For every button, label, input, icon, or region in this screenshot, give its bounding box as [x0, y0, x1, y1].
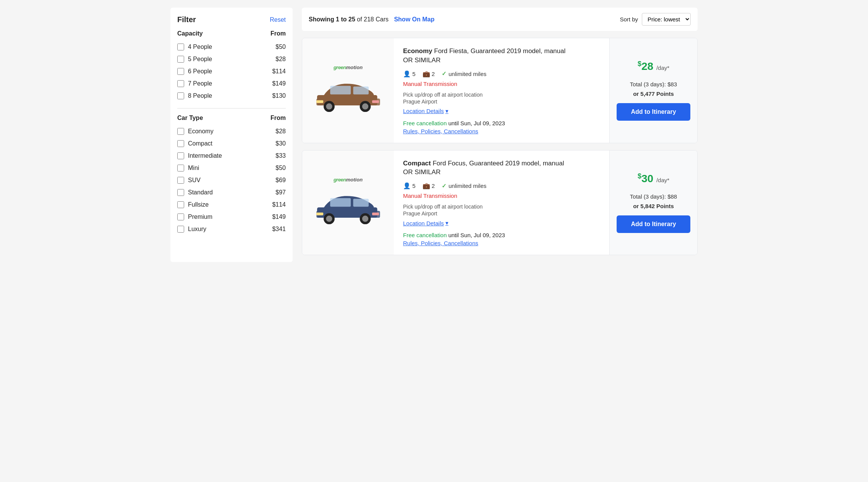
price-panel-1: $30 /day* Total (3 days): $88 or 5,842 P… — [609, 150, 697, 255]
capacity-item-label-0[interactable]: 4 People — [188, 44, 212, 50]
price-panel-0: $28 /day* Total (3 days): $83 or 5,477 P… — [609, 38, 697, 143]
transmission-0: Manual Transmission — [403, 81, 600, 87]
location-details-link-1[interactable]: Location Details ▾ — [403, 220, 449, 226]
price-total-1: Total (3 days): $88 — [630, 193, 677, 200]
add-to-itinerary-button-0[interactable]: Add to Itinerary — [617, 103, 690, 121]
sort-select[interactable]: Price: lowest — [642, 13, 691, 26]
cancellation-date-0: until Sun, Jul 09, 2023 — [448, 120, 505, 126]
svg-point-13 — [326, 215, 332, 222]
car-type-item-price-8: $341 — [272, 226, 286, 233]
airport-name-0: Prague Airport — [403, 99, 600, 105]
pickup-info-0: Pick up/drop off at airport location — [403, 92, 600, 98]
car-type-item-price-0: $28 — [275, 128, 286, 135]
car-type-filter-item-7: Premium $149 — [177, 211, 286, 223]
bags-feature-1: 💼 2 — [423, 182, 435, 189]
car-type-checkbox-8[interactable] — [177, 226, 184, 233]
capacity-item-price-1: $28 — [275, 56, 286, 63]
capacity-from-label: From — [270, 30, 286, 37]
capacity-checkbox-3[interactable] — [177, 80, 184, 87]
svg-rect-16 — [330, 198, 351, 207]
bag-icon-0: 💼 — [423, 71, 430, 77]
capacity-item-label-2[interactable]: 6 People — [188, 68, 212, 75]
svg-rect-7 — [353, 87, 369, 95]
price-amount-1: $30 — [638, 173, 656, 184]
capacity-item-label-1[interactable]: 5 People — [188, 56, 212, 63]
car-type-item-price-4: $69 — [275, 177, 286, 184]
car-features-1: 👤 5 💼 2 ✓ unlimited miles — [403, 182, 600, 189]
svg-point-3 — [326, 104, 332, 110]
or-similar-0: OR SIMILAR — [403, 57, 440, 64]
capacity-filter-item-0: 4 People $50 — [177, 41, 286, 53]
capacity-filter-item-2: 6 People $114 — [177, 65, 286, 78]
car-image-1 — [314, 186, 382, 228]
car-type-item-label-3[interactable]: Mini — [188, 165, 199, 171]
svg-rect-18 — [316, 212, 323, 215]
capacity-checkbox-2[interactable] — [177, 68, 184, 75]
car-type-checkbox-6[interactable] — [177, 201, 184, 208]
chevron-down-icon-1: ▾ — [445, 220, 449, 226]
rules-link-0[interactable]: Rules, Policies, Cancellations — [403, 128, 478, 134]
miles-feature-1: ✓ unlimited miles — [442, 183, 486, 189]
svg-rect-9 — [372, 100, 379, 103]
car-type-item-price-6: $114 — [272, 201, 286, 208]
price-points-1: or 5,842 Points — [633, 203, 674, 209]
price-total-0: Total (3 days): $83 — [630, 81, 677, 87]
svg-rect-19 — [372, 212, 379, 215]
capacity-item-price-2: $114 — [272, 68, 286, 75]
car-type-item-label-0[interactable]: Economy — [188, 128, 214, 135]
person-icon-1: 👤 — [403, 183, 411, 189]
pickup-info-1: Pick up/drop off at airport location — [403, 204, 600, 210]
car-type-checkbox-1[interactable] — [177, 140, 184, 147]
car-type-item-label-2[interactable]: Intermediate — [188, 152, 222, 159]
capacity-item-label-4[interactable]: 8 People — [188, 92, 212, 99]
capacity-checkbox-0[interactable] — [177, 44, 184, 50]
capacity-filter-item-3: 7 People $149 — [177, 78, 286, 90]
car-type-item-label-5[interactable]: Standard — [188, 189, 213, 196]
car-details-0: Economy Ford Fiesta, Guaranteed 2019 mod… — [394, 38, 609, 143]
capacity-checkbox-4[interactable] — [177, 92, 184, 99]
car-type-filter-list: Economy $28 Compact $30 Intermediate $33… — [177, 125, 286, 235]
capacity-label: Capacity — [177, 30, 203, 37]
free-cancellation-1: Free cancellation until Sun, Jul 09, 202… — [403, 232, 600, 238]
car-type-filter-item-4: SUV $69 — [177, 174, 286, 186]
filter-title: Filter — [177, 15, 196, 24]
vendor-logo: greenmotion — [334, 65, 363, 70]
check-icon-0: ✓ — [442, 70, 447, 77]
car-type-item-label-6[interactable]: Fullsize — [188, 201, 209, 208]
car-type-item-label-8[interactable]: Luxury — [188, 226, 206, 233]
svg-point-5 — [362, 104, 368, 110]
car-type-checkbox-5[interactable] — [177, 189, 184, 196]
car-type-item-price-7: $149 — [272, 214, 286, 220]
showing-text: Showing 1 to 25 of 218 Cars Show On Map — [309, 16, 434, 23]
top-bar: Showing 1 to 25 of 218 Cars Show On Map … — [302, 8, 698, 31]
bags-feature-0: 💼 2 — [423, 70, 435, 78]
capacity-item-label-3[interactable]: 7 People — [188, 80, 212, 87]
car-type-filter-item-0: Economy $28 — [177, 125, 286, 137]
car-type-checkbox-2[interactable] — [177, 152, 184, 159]
add-to-itinerary-button-1[interactable]: Add to Itinerary — [617, 215, 690, 233]
rules-link-1[interactable]: Rules, Policies, Cancellations — [403, 240, 478, 246]
check-icon-1: ✓ — [442, 183, 447, 189]
vendor-logo: greenmotion — [334, 177, 363, 183]
car-type-item-price-1: $30 — [275, 140, 286, 147]
car-type-checkbox-4[interactable] — [177, 177, 184, 184]
transmission-1: Manual Transmission — [403, 192, 600, 199]
show-on-map-link[interactable]: Show On Map — [394, 16, 434, 23]
svg-rect-6 — [330, 86, 351, 95]
car-type-item-label-1[interactable]: Compact — [188, 140, 212, 147]
car-type-checkbox-3[interactable] — [177, 165, 184, 171]
capacity-checkbox-1[interactable] — [177, 56, 184, 63]
passengers-feature-0: 👤 5 — [403, 70, 416, 78]
reset-link[interactable]: Reset — [270, 16, 286, 23]
car-type-filter-item-5: Standard $97 — [177, 186, 286, 199]
car-type-from-label: From — [270, 115, 286, 121]
car-image-area-1: greenmotion — [302, 150, 394, 255]
location-details-link-0[interactable]: Location Details ▾ — [403, 108, 449, 115]
car-type-item-label-7[interactable]: Premium — [188, 214, 212, 220]
car-type-checkbox-0[interactable] — [177, 128, 184, 135]
bag-icon-1: 💼 — [423, 183, 430, 189]
car-image-0 — [314, 74, 382, 116]
main-content: Showing 1 to 25 of 218 Cars Show On Map … — [302, 8, 698, 262]
car-type-item-label-4[interactable]: SUV — [188, 177, 201, 184]
car-type-checkbox-7[interactable] — [177, 214, 184, 220]
